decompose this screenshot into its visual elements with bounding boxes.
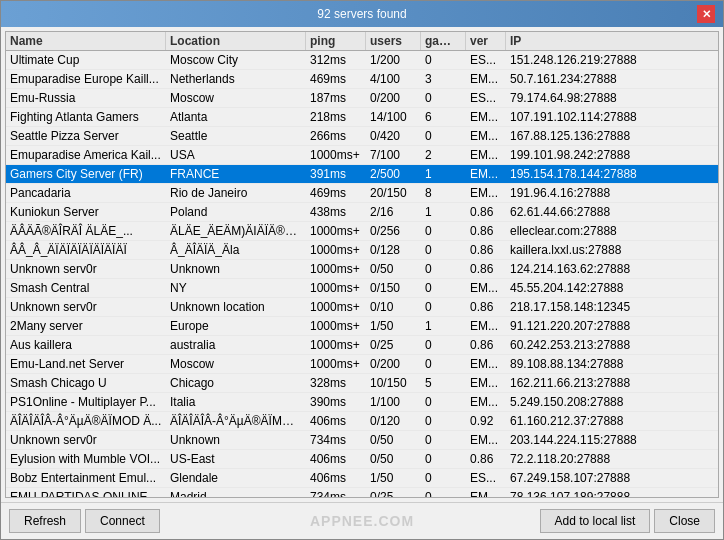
col-header-ping[interactable]: ping <box>306 32 366 50</box>
table-cell: Smash Central <box>6 279 166 297</box>
table-cell: 195.154.178.144:27888 <box>506 165 718 183</box>
table-cell: 0 <box>421 355 466 373</box>
refresh-button[interactable]: Refresh <box>9 509 81 533</box>
table-row[interactable]: Emuparadise America Kail...USA1000ms+7/1… <box>6 146 718 165</box>
table-cell: 0.86 <box>466 336 506 354</box>
table-cell: Â_ÄÎÄÏÄ_Äla <box>166 241 306 259</box>
table-cell: 72.2.118.20:27888 <box>506 450 718 468</box>
table-row[interactable]: Unknown serv0rUnknown location1000ms+0/1… <box>6 298 718 317</box>
close-window-button[interactable]: ✕ <box>697 5 715 23</box>
table-row[interactable]: Unknown serv0rUnknown1000ms+0/5000.86124… <box>6 260 718 279</box>
table-cell: 67.249.158.107:27888 <box>506 469 718 487</box>
table-cell: 191.96.4.16:27888 <box>506 184 718 202</box>
table-row[interactable]: ÂÂ_Â_ÄÏÄÏÄÏÄÏÄÏÄÏÄÏÂ_ÄÎÄÏÄ_Äla1000ms+0/1… <box>6 241 718 260</box>
table-cell: Eylusion with Mumble VOI... <box>6 450 166 468</box>
table-cell: Emuparadise America Kail... <box>6 146 166 164</box>
table-cell: 89.108.88.134:27888 <box>506 355 718 373</box>
table-cell: 312ms <box>306 51 366 69</box>
table-cell: Unknown location <box>166 298 306 316</box>
col-header-ver[interactable]: ver <box>466 32 506 50</box>
table-row[interactable]: EMU-PARTIDAS ONLINEMadrid734ms0/250EM...… <box>6 488 718 497</box>
table-row[interactable]: ÄÎÄÎÄÎÂ-Â°ÄµÄ®ÄÏMOD Ä...ÄÎÄÎÄÎÂ-Â°ÄµÄ®ÄÏ… <box>6 412 718 431</box>
table-cell: Emu-Land.net Server <box>6 355 166 373</box>
col-header-location[interactable]: Location <box>166 32 306 50</box>
table-cell: 0 <box>421 298 466 316</box>
table-row[interactable]: Eylusion with Mumble VOI...US-East406ms0… <box>6 450 718 469</box>
table-cell: 0/10 <box>366 298 421 316</box>
table-row[interactable]: Kuniokun ServerPoland438ms2/1610.8662.61… <box>6 203 718 222</box>
table-cell: 151.248.126.219:27888 <box>506 51 718 69</box>
table-cell: Kuniokun Server <box>6 203 166 221</box>
table-cell: EMU-PARTIDAS ONLINE <box>6 488 166 497</box>
col-header-name[interactable]: Name <box>6 32 166 50</box>
table-cell: Moscow City <box>166 51 306 69</box>
table-cell: 0/25 <box>366 336 421 354</box>
table-row[interactable]: PancadariaRio de Janeiro469ms20/1508EM..… <box>6 184 718 203</box>
table-cell: 3 <box>421 70 466 88</box>
table-cell: Unknown serv0r <box>6 431 166 449</box>
watermark: APPNEE.COM <box>310 513 414 529</box>
table-row[interactable]: Ultimate CupMoscow City312ms1/2000ES...1… <box>6 51 718 70</box>
table-cell: 0.92 <box>466 412 506 430</box>
table-cell: Italia <box>166 393 306 411</box>
table-cell: 6 <box>421 108 466 126</box>
table-row[interactable]: ÄÂÄÃ®ÄÎRÄÎ ÄLÄE_...ÄLÄE_ÄEÄM)ÄIÄÏÄ®Äl...… <box>6 222 718 241</box>
table-cell: kaillera.lxxl.us:27888 <box>506 241 718 259</box>
add-to-local-list-button[interactable]: Add to local list <box>540 509 651 533</box>
table-cell: 469ms <box>306 184 366 202</box>
table-cell: 91.121.220.207:27888 <box>506 317 718 335</box>
table-cell: 0.86 <box>466 203 506 221</box>
col-header-users[interactable]: users <box>366 32 421 50</box>
table-cell: 187ms <box>306 89 366 107</box>
table-cell: 203.144.224.115:27888 <box>506 431 718 449</box>
table-cell: EM... <box>466 108 506 126</box>
connect-button[interactable]: Connect <box>85 509 160 533</box>
table-row[interactable]: Unknown serv0rUnknown734ms0/500EM...203.… <box>6 431 718 450</box>
table-cell: 79.174.64.98:27888 <box>506 89 718 107</box>
table-row[interactable]: PS1Online - Multiplayer P...Italia390ms1… <box>6 393 718 412</box>
table-cell: Unknown serv0r <box>6 298 166 316</box>
table-cell: 0 <box>421 393 466 411</box>
table-row[interactable]: Gamers City Server (FR)FRANCE391ms2/5001… <box>6 165 718 184</box>
table-row[interactable]: Smash CentralNY1000ms+0/1500EM...45.55.2… <box>6 279 718 298</box>
table-cell: USA <box>166 146 306 164</box>
table-cell: Seattle <box>166 127 306 145</box>
table-cell: Atlanta <box>166 108 306 126</box>
table-cell: 0/50 <box>366 450 421 468</box>
table-cell: ES... <box>466 469 506 487</box>
table-cell: 1/200 <box>366 51 421 69</box>
table-cell: ÄÎÄÎÄÎÂ-Â°ÄµÄ®ÄÏMOD Ä... <box>6 412 166 430</box>
table-row[interactable]: Smash Chicago UChicago328ms10/1505EM...1… <box>6 374 718 393</box>
table-cell: US-East <box>166 450 306 468</box>
table-cell: 0 <box>421 127 466 145</box>
table-cell: 0 <box>421 412 466 430</box>
table-row[interactable]: Seattle Pizza ServerSeattle266ms0/4200EM… <box>6 127 718 146</box>
table-cell: Unknown serv0r <box>6 260 166 278</box>
table-row[interactable]: Emu-Land.net ServerMoscow1000ms+0/2000EM… <box>6 355 718 374</box>
table-row[interactable]: Fighting Atlanta GamersAtlanta218ms14/10… <box>6 108 718 127</box>
table-cell: 0/50 <box>366 431 421 449</box>
table-cell: ÄÎÄÎÄÎÂ-Â°ÄµÄ®ÄÏMOD... <box>166 412 306 430</box>
table-cell: 0 <box>421 431 466 449</box>
table-cell: 1 <box>421 317 466 335</box>
table-cell: 0/120 <box>366 412 421 430</box>
table-cell: 1000ms+ <box>306 146 366 164</box>
table-cell: EM... <box>466 488 506 497</box>
col-header-games[interactable]: games <box>421 32 466 50</box>
table-row[interactable]: Emu-RussiaMoscow187ms0/2000ES...79.174.6… <box>6 89 718 108</box>
table-row[interactable]: Aus kailleraaustralia1000ms+0/2500.8660.… <box>6 336 718 355</box>
table-cell: Seattle Pizza Server <box>6 127 166 145</box>
table-row[interactable]: 2Many serverEurope1000ms+1/501EM...91.12… <box>6 317 718 336</box>
table-cell: PS1Online - Multiplayer P... <box>6 393 166 411</box>
table-row[interactable]: Emuparadise Europe Kaill...Netherlands46… <box>6 70 718 89</box>
table-cell: 14/100 <box>366 108 421 126</box>
col-header-ip[interactable]: IP <box>506 32 718 50</box>
table-cell: 61.160.212.37:27888 <box>506 412 718 430</box>
close-button[interactable]: Close <box>654 509 715 533</box>
table-cell: 1 <box>421 203 466 221</box>
table-body[interactable]: Ultimate CupMoscow City312ms1/2000ES...1… <box>6 51 718 497</box>
table-cell: EM... <box>466 431 506 449</box>
table-cell: 4/100 <box>366 70 421 88</box>
table-cell: Aus kaillera <box>6 336 166 354</box>
table-row[interactable]: Bobz Entertainment Emul...Glendale406ms1… <box>6 469 718 488</box>
